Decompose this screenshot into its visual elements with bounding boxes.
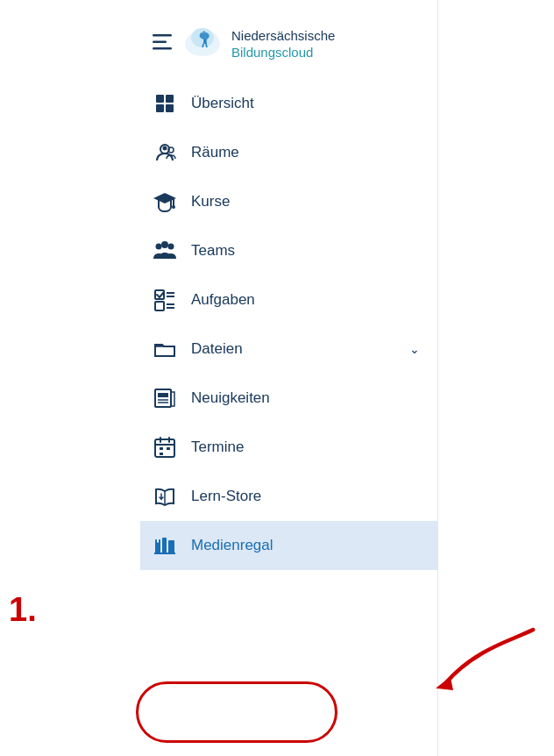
step-number-label: 1. [9,591,37,629]
svg-rect-29 [158,393,168,397]
sidebar: Niedersächsische Bildungscloud Übersicht [140,0,438,756]
svg-point-14 [163,146,167,151]
tasks-icon [153,288,177,312]
svg-point-18 [172,205,175,209]
svg-line-8 [206,44,207,47]
svg-rect-41 [162,538,167,553]
courses-icon [153,189,177,214]
svg-marker-44 [436,676,453,690]
sidebar-item-label: Lern-Store [191,488,261,505]
svg-rect-12 [166,104,174,112]
chevron-down-icon: ⌄ [409,342,420,356]
app-name: Niedersächsische Bildungscloud [231,27,335,61]
sidebar-item-label: Termine [191,439,244,456]
svg-rect-25 [155,302,164,310]
sidebar-item-teams[interactable]: Teams [140,226,437,275]
sidebar-item-neuigkeiten[interactable]: Neuigkeiten [140,374,437,423]
svg-rect-32 [155,439,174,457]
sidebar-item-kurse[interactable]: Kurse [140,177,437,226]
svg-point-19 [156,244,162,250]
sidebar-item-label: Übersicht [191,95,254,112]
svg-rect-1 [153,41,167,44]
svg-rect-0 [153,34,172,37]
app-logo-icon [182,25,223,63]
sidebar-item-label: Neuigkeiten [191,389,270,407]
svg-rect-28 [155,389,171,407]
sidebar-item-label: Medienregal [191,537,273,554]
sidebar-item-label: Teams [191,242,235,260]
news-icon [153,386,177,410]
calendar-icon [153,435,177,460]
svg-rect-42 [168,540,174,553]
svg-line-7 [202,44,203,47]
sidebar-item-dateien[interactable]: Dateien ⌄ [140,325,437,374]
grid-icon [153,91,177,116]
sidebar-item-medienregal[interactable]: Medienregal [140,521,437,570]
svg-rect-37 [167,447,170,450]
sidebar-item-lern-store[interactable]: Lern-Store [140,472,437,521]
sidebar-item-label: Räume [191,144,239,161]
teams-icon [153,239,177,263]
svg-rect-2 [153,47,172,50]
svg-rect-9 [156,95,164,103]
media-icon [153,533,177,558]
store-icon [153,484,177,509]
sidebar-item-aufgaben[interactable]: Aufgaben [140,275,437,325]
svg-rect-10 [166,95,174,103]
sidebar-item-label: Dateien [191,340,243,358]
sidebar-item-termine[interactable]: Termine [140,423,437,472]
hamburger-icon[interactable] [153,34,172,53]
sidebar-item-ubersicht[interactable]: Übersicht [140,79,437,128]
svg-point-21 [168,244,174,250]
svg-rect-11 [156,104,164,112]
svg-point-20 [161,241,168,248]
sidebar-item-label: Aufgaben [191,291,255,309]
files-icon [153,337,177,361]
rooms-icon [153,140,177,165]
svg-rect-38 [160,453,163,455]
logo-area[interactable]: Niedersächsische Bildungscloud [140,9,437,79]
sidebar-item-label: Kurse [191,193,230,210]
svg-rect-36 [160,447,163,450]
sidebar-item-raume[interactable]: Räume [140,128,437,177]
